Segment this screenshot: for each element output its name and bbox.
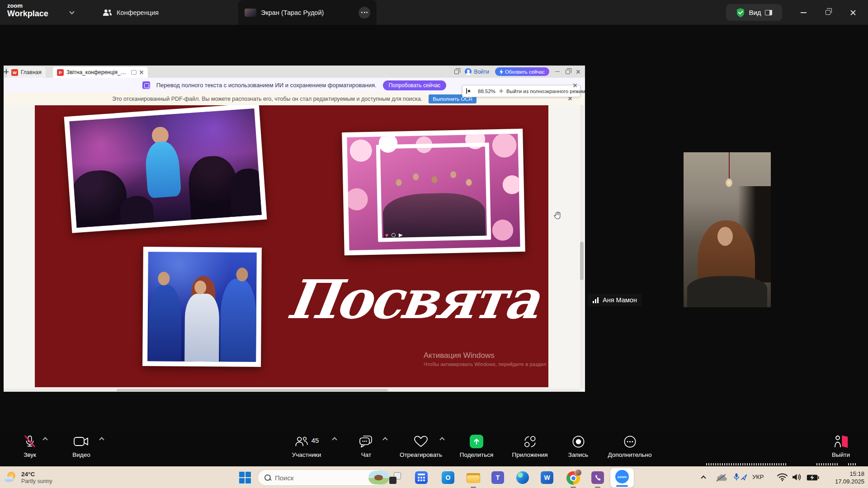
balloon-group-photo: ♥ [342,129,525,255]
onedrive-paused-icon[interactable] [715,474,727,482]
windows-activation-watermark: Активация Windows Чтобы активировать Win… [424,351,548,367]
viber-app-icon[interactable] [591,471,604,484]
photobooth-frame [376,142,491,242]
share-label: Поделиться [460,451,494,458]
wps-minimize-icon[interactable] [555,71,560,72]
clipped-text-fragment [848,463,856,465]
ai-banner-text: Перевод полного текста с использованием … [156,82,377,89]
wps-maximize-icon[interactable] [566,70,570,74]
chrome-browser-icon[interactable] [566,471,580,485]
zoom-workplace-logo: zoom Workplace [7,3,48,19]
audio-button[interactable]: Звук [5,435,55,458]
try-now-button[interactable]: Попробовать сейчас [383,80,447,90]
horizontal-scrollbar-thumb[interactable] [117,389,388,391]
wps-close-icon[interactable] [576,70,580,74]
tab-meeting-label: Конференция [117,9,159,16]
more-icon [623,435,637,448]
close-tab-icon[interactable] [139,70,144,75]
view-button[interactable]: Вид [726,4,782,21]
comment-icon[interactable] [131,70,137,75]
wps-home-tab[interactable]: W Главная [7,67,46,78]
share-screen-icon [470,435,483,448]
search-highlight-image [368,471,389,484]
search-icon [264,474,271,481]
signin-label: Войти [474,69,489,75]
wps-document-title: Звітна_конференція_студент [66,69,128,75]
heart-icon: ♥ [385,232,388,238]
account-avatar-icon [465,68,472,75]
search-input[interactable] [275,474,365,482]
lamp-bulb [726,178,732,187]
taskbar-search[interactable] [258,469,384,486]
tab-screen-label: Экран (Тарас Рудой) [261,9,324,16]
window-mode-icon[interactable] [454,70,459,74]
video-button[interactable]: Видео [57,435,106,458]
participant-video[interactable] [684,152,771,307]
apps-button[interactable]: Приложения [505,435,555,458]
zoom-app-active[interactable]: zoom [610,468,634,488]
tab-meeting[interactable]: Конференция [96,0,165,25]
signin-button[interactable]: Войти [465,68,489,75]
word-app-icon[interactable]: W [541,471,553,484]
ai-translate-icon [142,81,150,89]
minimize-button[interactable] [795,0,812,25]
more-button[interactable]: Дополнительно [605,435,655,458]
tray-expand-chevron[interactable] [701,475,706,480]
leave-label: Выйти [832,451,850,458]
record-label: Запись [568,451,588,458]
participants-label: Участники [292,451,321,458]
leave-button[interactable]: Выйти [816,435,866,458]
outlook-app-icon[interactable]: O [442,471,454,484]
volume-icon[interactable] [792,473,802,481]
chevron-down-icon[interactable] [69,9,74,14]
weather-temp: 24°C [21,471,52,478]
party-photo [64,105,267,233]
participants-count: 45 [311,436,319,444]
exit-fullscreen-button[interactable]: Выйти из полноэкранного режима [506,89,585,94]
weather-widget[interactable]: 24°C Partly sunny [5,467,52,488]
react-label: Отреагировать [400,451,442,458]
participants-icon [294,436,309,447]
zoom-app-icon: zoom [615,470,629,483]
calculator-app-icon[interactable] [415,471,428,484]
update-now-button[interactable]: Обновить сейчас [495,67,549,76]
tab-options-button[interactable] [359,7,370,19]
file-explorer-icon[interactable] [467,471,480,484]
mic-in-use-icon[interactable] [734,473,739,481]
participants-options-chevron[interactable] [332,437,337,442]
layout-icon [765,10,772,15]
lamp-cord [729,152,730,180]
edge-browser-icon[interactable] [516,471,529,484]
close-button[interactable] [844,0,862,25]
start-button[interactable] [239,472,251,483]
clipped-text-fragment [706,463,788,465]
vertical-scrollbar-thumb[interactable] [580,242,584,280]
react-button[interactable]: Отреагировать [396,435,446,458]
record-button[interactable]: Запись [553,435,603,458]
weather-condition: Partly sunny [21,478,52,485]
participant-name-badge: Аня Мамон [588,294,642,306]
mic-muted-icon [23,435,37,448]
wifi-icon[interactable] [777,473,788,481]
share-button[interactable]: Поделиться [452,435,501,458]
slide-title: Посвята [283,268,509,331]
participants-button[interactable]: 45 Участники [282,435,331,458]
wps-document-tab[interactable]: P Звітна_конференція_студент [52,66,148,78]
teams-app-icon[interactable]: T [491,471,504,484]
taskbar-clock[interactable]: 15:18 17.09.2025 [835,470,864,485]
location-in-use-icon[interactable] [741,474,747,481]
chrome-profile-avatar [575,469,582,476]
battery-charging-icon[interactable] [807,474,819,481]
apps-icon [524,435,537,448]
zoom-title-bar: zoom Workplace Конференция Экран (Тарас … [0,0,868,25]
task-view-button[interactable] [389,472,401,484]
restore-button[interactable] [819,0,836,25]
audio-signal-icon [593,297,599,303]
screen-thumbnail-icon [245,9,256,17]
update-label: Обновить сейчас [505,69,545,75]
language-indicator[interactable]: УКР [752,474,764,480]
tab-screen-share[interactable]: Экран (Тарас Рудой) [238,0,377,25]
toolbar-close-icon[interactable] [573,83,577,88]
paper-plane-icon [399,233,403,237]
fit-screen-icon[interactable] [466,88,467,94]
